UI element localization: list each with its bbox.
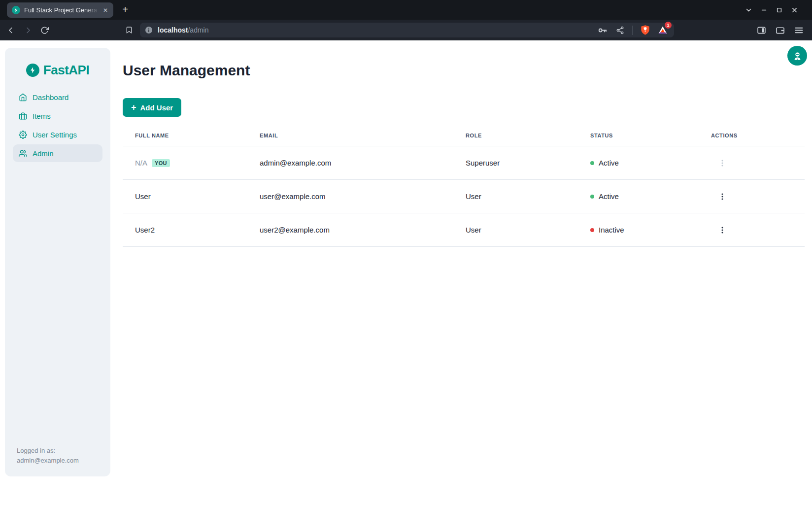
tab-title: Full Stack Project Genera [24, 6, 101, 14]
brave-shields-icon[interactable] [640, 24, 650, 36]
column-header-email: EMAIL [247, 133, 453, 138]
brave-rewards-icon[interactable]: 1 [657, 24, 668, 36]
url-host: localhost [158, 26, 188, 34]
maximize-button[interactable] [775, 6, 783, 14]
cell-role: User [453, 192, 578, 201]
minimize-button[interactable] [760, 6, 768, 14]
reload-button[interactable] [39, 25, 49, 35]
status-dot [590, 195, 594, 199]
column-header-actions: ACTIONS [699, 133, 805, 138]
bookmark-icon[interactable] [124, 25, 134, 35]
logged-in-email: admin@example.com [17, 456, 79, 466]
fastapi-logo-icon [26, 64, 39, 77]
wallet-icon[interactable] [775, 24, 785, 36]
new-tab-button[interactable]: + [120, 4, 131, 15]
row-actions-menu-button[interactable] [715, 156, 730, 170]
table-row: User user@example.com User Active [123, 180, 805, 213]
full-name-text: User2 [135, 226, 155, 234]
site-info-icon[interactable] [145, 26, 153, 34]
plus-icon: + [131, 103, 136, 112]
browser-tabstrip: Full Stack Project Genera ✕ + [0, 0, 812, 20]
close-window-button[interactable] [790, 6, 798, 14]
kebab-icon [718, 193, 726, 201]
divider [632, 26, 633, 35]
column-header-status: STATUS [578, 133, 699, 138]
cell-full-name: User2 [123, 226, 247, 234]
home-icon [19, 93, 27, 101]
address-bar[interactable]: localhost/admin 1 [140, 23, 674, 37]
table-row: N/A YOU admin@example.com Superuser Acti… [123, 146, 805, 180]
status-dot [590, 228, 594, 232]
menu-hamburger-icon[interactable] [793, 24, 804, 36]
briefcase-icon [19, 112, 27, 120]
url-path: /admin [188, 26, 208, 34]
status-dot [590, 161, 594, 165]
you-badge: YOU [152, 159, 170, 167]
window-controls [744, 0, 798, 20]
status-text: Inactive [599, 226, 624, 234]
cell-email: user2@example.com [247, 226, 453, 234]
gear-icon [19, 131, 27, 139]
sidebar: FastAPI Dashboard Items User Settings [5, 48, 110, 476]
users-icon [19, 149, 27, 158]
cell-actions [699, 223, 805, 237]
add-user-button[interactable]: + Add User [123, 98, 181, 117]
logged-in-label: Logged in as: [17, 446, 79, 456]
sidebar-item-label: Items [33, 112, 51, 120]
fastapi-favicon-icon [12, 6, 20, 14]
cell-email: admin@example.com [247, 159, 453, 167]
cell-actions [699, 189, 805, 204]
add-user-label: Add User [140, 103, 173, 112]
kebab-icon [718, 226, 726, 234]
table-header-row: FULL NAME EMAIL ROLE STATUS ACTIONS [123, 125, 805, 146]
url-text: localhost/admin [158, 26, 209, 34]
sidebar-item-items[interactable]: Items [13, 107, 102, 125]
column-header-role: ROLE [453, 133, 578, 138]
sidebar-item-admin[interactable]: Admin [13, 144, 102, 162]
status-text: Active [599, 159, 619, 167]
share-icon[interactable] [614, 24, 625, 36]
side-panel-icon[interactable] [756, 24, 767, 36]
row-actions-menu-button[interactable] [715, 189, 730, 204]
column-header-full-name: FULL NAME [123, 133, 247, 138]
cell-full-name: User [123, 192, 247, 201]
fastapi-logo: FastAPI [5, 48, 110, 78]
cell-status: Active [578, 159, 699, 167]
forward-button[interactable] [23, 25, 33, 35]
rewards-badge: 1 [665, 22, 672, 29]
cell-email: user@example.com [247, 192, 453, 201]
row-actions-menu-button[interactable] [715, 223, 730, 237]
sidebar-item-label: Admin [33, 149, 54, 158]
table-row: User2 user2@example.com User Inactive [123, 213, 805, 247]
cell-status: Active [578, 192, 699, 201]
sidebar-item-label: Dashboard [33, 93, 68, 101]
sidebar-item-user-settings[interactable]: User Settings [13, 126, 102, 143]
cell-role: User [453, 226, 578, 234]
page-content: FastAPI Dashboard Items User Settings [0, 40, 812, 505]
logged-in-info: Logged in as: admin@example.com [17, 446, 79, 466]
sidebar-item-dashboard[interactable]: Dashboard [13, 88, 102, 106]
cell-status: Inactive [578, 226, 699, 234]
table-body: N/A YOU admin@example.com Superuser Acti… [123, 146, 805, 247]
users-table: FULL NAME EMAIL ROLE STATUS ACTIONS N/A … [123, 125, 805, 247]
full-name-text: User [135, 192, 151, 201]
sidebar-item-label: User Settings [33, 131, 77, 139]
kebab-icon [718, 159, 726, 167]
cell-full-name: N/A YOU [123, 159, 247, 167]
fastapi-logo-text: FastAPI [43, 63, 89, 78]
back-button[interactable] [6, 25, 16, 35]
main-panel: User Management + Add User FULL NAME EMA… [123, 40, 805, 247]
cell-role: Superuser [453, 159, 578, 167]
page-title: User Management [123, 62, 805, 79]
browser-toolbar: localhost/admin 1 [0, 20, 812, 40]
sidebar-nav: Dashboard Items User Settings Admin [5, 88, 110, 162]
full-name-text: N/A [135, 159, 147, 167]
status-text: Active [599, 192, 619, 201]
cell-actions [699, 156, 805, 170]
toolbar-right-actions [756, 20, 804, 40]
tab-close-icon[interactable]: ✕ [101, 6, 110, 15]
browser-tab[interactable]: Full Stack Project Genera ✕ [7, 2, 113, 18]
password-key-icon[interactable] [597, 24, 608, 36]
tab-search-chevron-icon[interactable] [744, 6, 752, 14]
address-bar-actions: 1 [597, 24, 668, 36]
